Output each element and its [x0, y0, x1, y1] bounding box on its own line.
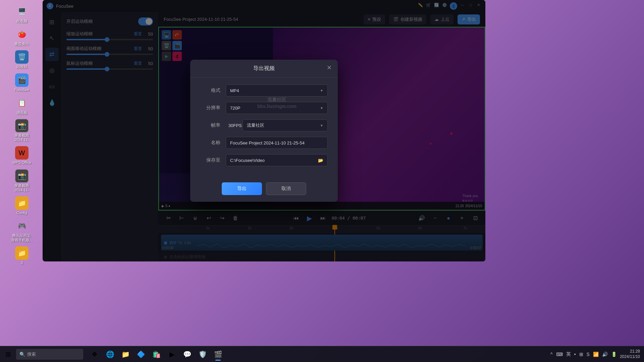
format-row: 格式 MP4 ▼	[200, 84, 328, 97]
taskbar-clock[interactable]: 21:28 2024/11/10	[620, 349, 640, 359]
sys-wps-icon[interactable]: S	[586, 352, 591, 357]
taskbar-browser-icon[interactable]: 🌐	[103, 347, 117, 362]
desktop-icon-tencent[interactable]: 🎮 腾讯应用宝-游戏手机版...	[8, 218, 35, 244]
taskbar-sys-tray: ^ ⌨ 英 • ⊞ S 📶 🔊 🔋	[549, 351, 618, 357]
taskbar-date: 2024/11/10	[620, 354, 640, 360]
recycle-icon: 🗑️	[15, 50, 29, 64]
sys-volume-icon[interactable]: 🔊	[601, 352, 609, 357]
format-label: 格式	[200, 87, 220, 94]
desktop-icons-area: 🖥️ 此电脑 🍅 番茄免小 🗑️ 回收站 🎬 FocuSee 📋 调面板 📸 屏…	[0, 0, 44, 261]
wps-label: WPS Office	[12, 161, 32, 165]
start-button[interactable]: ⊞	[0, 346, 16, 362]
taskbar-widgets-icon[interactable]: ❖	[87, 347, 102, 362]
panel-icon: 📋	[15, 96, 29, 110]
desktop-icon-config[interactable]: 📁 Config	[8, 195, 35, 217]
resolution-chevron-icon: ▼	[320, 106, 323, 110]
desktop-icon-wps[interactable]: W WPS Office	[8, 145, 35, 166]
desktop-icon-3[interactable]: 📁 3	[8, 245, 35, 266]
resolution-row: 分辨率 720P ▼	[200, 102, 328, 114]
focusee-icon: 🎬	[15, 73, 29, 87]
modal-body: 格式 MP4 ▼ 分辨率 720P ▼ 帧率	[190, 78, 338, 178]
taskbar-search-icon: 🔍	[19, 352, 25, 357]
name-input[interactable]: FocuSee Project 2024-11-10 21-25-54	[226, 137, 328, 149]
sys-wifi-icon[interactable]: 📶	[592, 352, 600, 357]
modal-title: 导出视频	[190, 60, 338, 78]
taskbar-time: 21:28	[620, 349, 640, 354]
computer-icon: 🖥️	[15, 5, 29, 18]
resolution-label: 分辨率	[200, 105, 220, 111]
save-label: 保存至	[200, 157, 220, 163]
taskbar-tiktok-icon[interactable]: ▶	[164, 347, 179, 362]
resolution-value: 720P	[230, 106, 240, 111]
desktop-icon-recycle[interactable]: 🗑️ 回收站	[8, 49, 35, 70]
panel-label: 调面板	[16, 111, 28, 115]
fps-chevron-icon: ▼	[320, 124, 323, 127]
config-icon: 📁	[15, 196, 29, 210]
modal-cancel-button[interactable]: 取消	[266, 182, 306, 195]
desktop-icon-tomato[interactable]: 🍅 番茄免小	[8, 26, 35, 48]
sys-dot-icon[interactable]: •	[573, 352, 577, 357]
format-chevron-icon: ▼	[320, 89, 323, 93]
desktop-icon-focusee[interactable]: 🎬 FocuSee	[8, 72, 35, 94]
config-label: Config	[16, 211, 27, 215]
recycle-label: 回收站	[16, 65, 28, 69]
desktop-icon-panel[interactable]: 📋 调面板	[8, 95, 35, 116]
screenshot2-icon: 📸	[15, 169, 29, 183]
folder3-icon: 📁	[15, 246, 29, 260]
sys-chevron-icon[interactable]: ^	[549, 352, 554, 357]
screenshot1-icon: 📸	[15, 119, 29, 132]
format-value: MP4	[230, 88, 239, 93]
desktop-icon-screenshot1[interactable]: 📸 屏幕截图2024-11-	[8, 118, 35, 143]
wps-icon: W	[15, 146, 29, 160]
taskbar-search[interactable]: 🔍 搜索	[16, 349, 83, 360]
sys-battery-icon[interactable]: 🔋	[610, 352, 618, 357]
modal-footer: 导出 取消	[190, 178, 338, 202]
taskbar: ⊞ 🔍 搜索 ❖ 🌐 📁 🔷 🛍️ ▶ 💬 🛡️ 🎬 ^ ⌨ 英 • ⊞ S 📶…	[0, 346, 644, 362]
modal-overlay: 流量社区 bbs.liuxingw.com 导出视频 ✕ 格式 MP4 ▼ 分辨…	[43, 0, 485, 261]
modal-close-button[interactable]: ✕	[325, 64, 333, 72]
desktop-icon-screenshot2[interactable]: 📸 屏幕截图2024-11-	[8, 168, 35, 194]
fps-label: 帧率	[200, 122, 220, 128]
name-row: 名称 FocuSee Project 2024-11-10 21-25-54	[200, 137, 328, 149]
sys-keyboard-icon[interactable]: ⌨	[555, 352, 564, 357]
sys-table-icon[interactable]: ⊞	[578, 352, 584, 357]
name-label: 名称	[200, 140, 220, 146]
folder-icon: 📂	[318, 158, 323, 163]
tencent-label: 腾讯应用宝-游戏手机版...	[11, 234, 33, 242]
taskbar-files-icon[interactable]: 📁	[118, 347, 133, 362]
modal-export-button[interactable]: 导出	[222, 182, 262, 195]
export-modal: 流量社区 bbs.liuxingw.com 导出视频 ✕ 格式 MP4 ▼ 分辨…	[190, 60, 338, 202]
taskbar-wechat-icon[interactable]: 💬	[180, 347, 195, 362]
tencent-icon: 🎮	[15, 219, 29, 233]
taskbar-apps: ❖ 🌐 📁 🔷 🛍️ ▶ 💬 🛡️ 🎬	[87, 347, 225, 362]
name-value: FocuSee Project 2024-11-10 21-25-54	[230, 140, 305, 145]
fps-community-label: 流量社区	[247, 122, 264, 128]
save-path-row: 保存至 C:\Focusee\Video 📂	[200, 154, 328, 166]
fps-row: 帧率 30FPS 流量社区 ▼	[200, 119, 328, 131]
fps-select[interactable]: 流量社区 ▼	[243, 119, 328, 131]
taskbar-store-icon[interactable]: 🛍️	[149, 347, 164, 362]
save-path-input[interactable]: C:\Focusee\Video 📂	[226, 154, 328, 166]
taskbar-qihu-icon[interactable]: 🛡️	[195, 347, 210, 362]
desktop-icon-computer[interactable]: 🖥️ 此电脑	[8, 3, 35, 25]
fps-value: 30FPS	[226, 123, 243, 128]
taskbar-right: ^ ⌨ 英 • ⊞ S 📶 🔊 🔋 21:28 2024/11/10	[549, 349, 644, 359]
screenshot1-label: 屏幕截图2024-11-	[14, 133, 29, 142]
taskbar-focusee-icon[interactable]: 🎬	[211, 347, 225, 362]
format-select[interactable]: MP4 ▼	[226, 84, 328, 97]
resolution-select[interactable]: 720P ▼	[226, 102, 328, 114]
folder3-label: 3	[21, 261, 23, 265]
computer-label: 此电脑	[16, 19, 28, 23]
taskbar-search-text: 搜索	[27, 351, 36, 357]
tomato-icon: 🍅	[15, 27, 29, 41]
sys-ime-icon[interactable]: 英	[565, 351, 572, 357]
save-path-value: C:\Focusee\Video	[230, 158, 265, 163]
screenshot2-label: 屏幕截图2024-11-	[14, 184, 29, 192]
tomato-label: 番茄免小	[14, 42, 29, 46]
app-window: F FocuSee ✏️ 🛒 🔄 ⚙️ 👤 ─ □ ✕ ⊞ ↖ ⇄ ◎ ▭ 💧	[43, 0, 485, 261]
focusee-label: FocuSee	[14, 88, 29, 92]
taskbar-edge-icon[interactable]: 🔷	[133, 347, 148, 362]
